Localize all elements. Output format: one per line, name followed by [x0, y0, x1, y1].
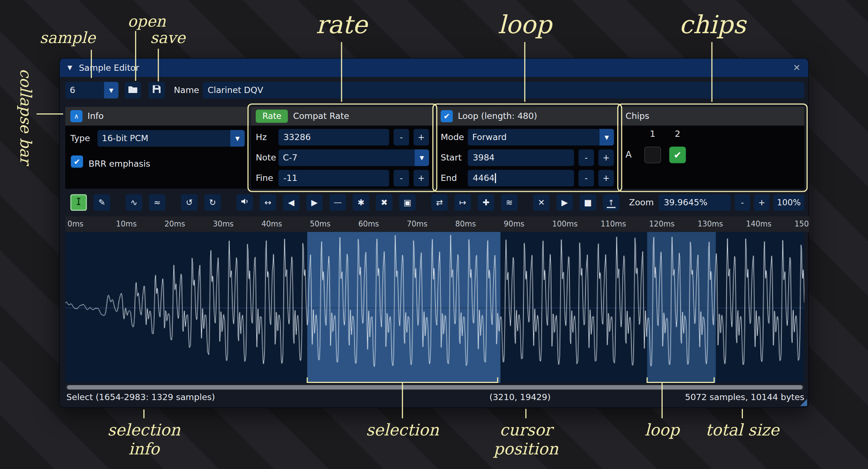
check-icon: ✔ [74, 157, 80, 166]
waveform-display[interactable] [65, 232, 804, 383]
flip-icon: ⇄ [436, 198, 443, 208]
ruler-label: 90ms [504, 219, 525, 228]
chip-1-checkbox[interactable] [644, 147, 661, 163]
sample-editor-window: ▼ Sample Editor ✕ 6 ▼ Name Clarinet DQV [59, 58, 809, 408]
save-button[interactable] [148, 82, 165, 99]
close-icon[interactable]: ✕ [793, 62, 801, 73]
fine-input[interactable]: -11 [278, 170, 389, 187]
chip-row-label: A [625, 147, 632, 163]
resize-icon: ↔ [265, 198, 271, 208]
undo-icon: ↺ [186, 198, 193, 208]
flip-button[interactable]: ⇄ [431, 194, 448, 211]
fade-in-button[interactable]: ◀ [283, 194, 300, 211]
titlebar[interactable]: ▼ Sample Editor ✕ [60, 59, 808, 77]
sample-number-select[interactable]: 6 ▼ [65, 82, 119, 99]
silence-icon: — [333, 198, 342, 208]
trim-button[interactable]: ▣ [399, 194, 416, 211]
waveform-scrollbar[interactable] [65, 384, 804, 390]
name-label: Name [174, 81, 199, 99]
chevron-down-icon[interactable]: ▼ [104, 82, 118, 99]
brr-emphasis-label: BRR emphasis [89, 155, 150, 172]
loop-end-input[interactable]: 4464 [468, 170, 574, 187]
note-select[interactable]: C-7 ▼ [278, 150, 429, 166]
loop-mode-select[interactable]: Forward ▼ [468, 129, 614, 146]
loop-start-decrement-button[interactable]: - [578, 150, 594, 166]
stop-button[interactable]: ■ [580, 194, 597, 211]
chevron-down-icon[interactable]: ▼ [414, 150, 429, 166]
append-button[interactable]: ✚ [478, 194, 494, 211]
ruler-label: 130ms [698, 219, 723, 228]
upload-icon: ↑ [607, 198, 616, 208]
chips-panel-header: Chips [621, 107, 805, 126]
fine-decrement-button[interactable]: - [394, 170, 409, 187]
loop-enable-checkbox[interactable]: ✔ [441, 110, 453, 122]
wavetable-button[interactable]: ≈ [149, 194, 166, 211]
redo-button[interactable]: ↻ [204, 194, 221, 211]
resize-button[interactable]: ↔ [260, 194, 277, 211]
loop-end-decrement-button[interactable]: - [578, 170, 594, 187]
silence-button[interactable]: — [329, 194, 346, 211]
zoom-reset-button[interactable]: 100% [774, 194, 805, 211]
append-icon: ✚ [483, 198, 490, 208]
delete-icon: ✖ [381, 198, 387, 208]
play-button[interactable]: ▶ [556, 194, 573, 211]
redo-icon: ↻ [209, 198, 216, 208]
window-collapse-icon[interactable]: ▼ [67, 64, 72, 71]
loop-mode-value: Forward [468, 132, 599, 142]
delete-button[interactable]: ✖ [376, 194, 393, 211]
annotation-chips: chips [671, 10, 754, 39]
loop-start-input[interactable]: 3984 [468, 150, 574, 166]
collapse-info-button[interactable]: ∧ [70, 110, 82, 122]
undo-button[interactable]: ↺ [181, 194, 198, 211]
zoom-out-button[interactable]: - [734, 194, 750, 211]
ruler-label: 60ms [358, 219, 379, 228]
rate-button[interactable]: Rate [256, 109, 288, 123]
resample-button[interactable]: ∿ [126, 194, 142, 211]
hz-increment-button[interactable]: + [413, 129, 429, 146]
loop-panel-header: ✔ Loop (length: 480) [436, 107, 619, 126]
annotation-selection-info: selection info [93, 420, 195, 458]
hz-input[interactable]: 33286 [278, 129, 389, 146]
upload-button[interactable]: ↑ [603, 194, 620, 211]
time-ruler[interactable]: 0ms10ms20ms30ms40ms50ms60ms70ms80ms90ms1… [65, 216, 809, 232]
type-select[interactable]: 16-bit PCM ▼ [97, 130, 245, 147]
loop-end-increment-button[interactable]: + [598, 170, 614, 187]
amplify-button[interactable] [236, 194, 253, 211]
annotation-collapse-bar: collapse bar [17, 60, 35, 173]
zoom-input[interactable]: 39.9645% [659, 194, 730, 211]
chip-column-1: 1 [644, 129, 661, 139]
crossfade-button[interactable]: ✕ [533, 194, 550, 211]
draw-tool[interactable]: ✎ [93, 194, 110, 211]
wavetable-icon: ≈ [154, 198, 161, 208]
apply-silence-button[interactable]: ✱ [352, 194, 369, 211]
hz-label: Hz [256, 129, 267, 146]
open-button[interactable] [124, 82, 141, 99]
chevron-down-icon[interactable]: ▼ [230, 130, 244, 147]
scrollbar-thumb[interactable] [67, 385, 803, 389]
chevron-down-icon[interactable]: ▼ [599, 129, 614, 146]
sample-number-value: 6 [65, 85, 104, 95]
waveform-canvas [65, 232, 804, 383]
resample-icon: ∿ [131, 198, 138, 208]
annotation-cursor-position: cursor position [471, 420, 581, 458]
loop-start-increment-button[interactable]: + [598, 150, 614, 166]
check-icon: ✔ [674, 150, 682, 160]
fine-increment-button[interactable]: + [413, 170, 429, 187]
hz-decrement-button[interactable]: - [394, 129, 409, 146]
brr-emphasis-checkbox[interactable]: ✔ [71, 155, 83, 167]
name-input[interactable]: Clarinet DQV [202, 82, 804, 99]
chip-2-checkbox[interactable]: ✔ [669, 147, 686, 163]
loop-panel-title: Loop (length: 480) [458, 111, 537, 121]
filter-button[interactable]: ≋ [501, 194, 518, 211]
panels-row: ∧ Info Type 16-bit PCM ▼ ✔ [65, 107, 804, 189]
text-caret [495, 173, 496, 183]
select-icon [74, 197, 83, 208]
annotation-open: open [126, 12, 167, 30]
zoom-label: Zoom [629, 198, 654, 208]
insert-button[interactable]: ↦ [455, 194, 471, 211]
stop-icon: ■ [584, 198, 592, 208]
select-tool[interactable] [70, 194, 87, 211]
fade-out-button[interactable]: ▶ [306, 194, 323, 211]
zoom-in-button[interactable]: + [754, 194, 769, 211]
chip-column-2: 2 [669, 129, 686, 139]
